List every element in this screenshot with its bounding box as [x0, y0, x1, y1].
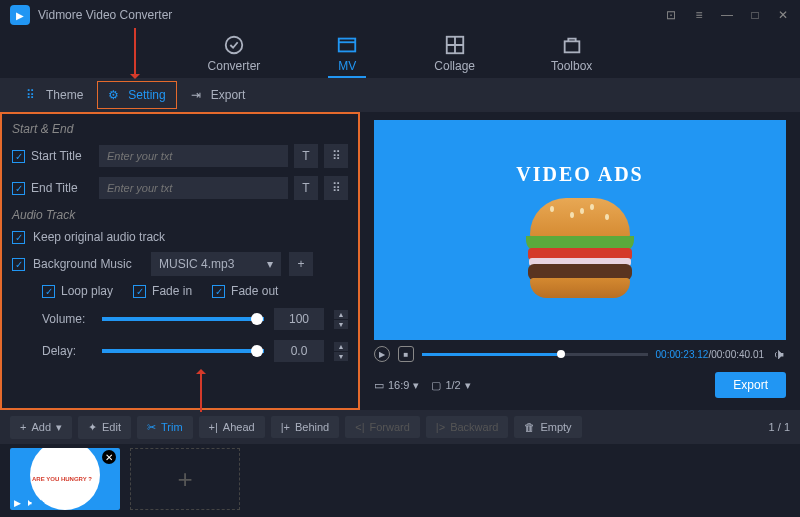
- nav-collage-label: Collage: [434, 59, 475, 73]
- add-clip-button[interactable]: +: [130, 448, 240, 510]
- export-icon: ⇥: [191, 88, 205, 102]
- thumb-mute-icon[interactable]: 🕨: [25, 498, 34, 508]
- end-title-row: End Title T ⠿: [12, 176, 348, 200]
- backward-button[interactable]: |>Backward: [426, 416, 509, 438]
- keep-original-row: Keep original audio track: [12, 230, 348, 244]
- svg-rect-1: [339, 39, 356, 52]
- video-preview[interactable]: VIDEO ADS: [374, 120, 786, 340]
- volume-up-button[interactable]: ▲: [334, 310, 348, 319]
- behind-icon: |+: [281, 421, 290, 433]
- nav-converter-label: Converter: [208, 59, 261, 73]
- fade-in-label: Fade in: [152, 284, 192, 298]
- start-title-more-button[interactable]: ⠿: [324, 144, 348, 168]
- burger-graphic: [525, 198, 635, 298]
- aspect-icon: ▭: [374, 379, 384, 392]
- nav-toolbox[interactable]: Toolbox: [543, 30, 600, 78]
- forward-icon: <|: [355, 421, 364, 433]
- zoom-icon: ▢: [431, 379, 441, 392]
- tab-theme-label: Theme: [46, 88, 83, 102]
- bg-music-label: Background Music: [33, 257, 143, 271]
- thumb-delete-button[interactable]: ✕: [102, 450, 116, 464]
- edit-button[interactable]: ✦Edit: [78, 416, 131, 439]
- stop-button[interactable]: ■: [398, 346, 414, 362]
- start-title-input[interactable]: [99, 145, 288, 167]
- aspect-value: 16:9: [388, 379, 409, 391]
- audio-track-title: Audio Track: [12, 208, 348, 222]
- volume-value[interactable]: 100: [274, 308, 324, 330]
- tab-theme[interactable]: ⠿ Theme: [16, 82, 93, 108]
- delay-down-button[interactable]: ▼: [334, 352, 348, 361]
- end-title-font-button[interactable]: T: [294, 176, 318, 200]
- volume-row: Volume: 100 ▲ ▼: [12, 308, 348, 330]
- bg-music-select[interactable]: MUSIC 4.mp3 ▾: [151, 252, 281, 276]
- audio-options: Loop play Fade in Fade out: [12, 284, 348, 298]
- trash-icon: 🗑: [524, 421, 535, 433]
- forward-button[interactable]: <|Forward: [345, 416, 420, 438]
- fade-out-checkbox[interactable]: [212, 285, 225, 298]
- delay-value[interactable]: 0.0: [274, 340, 324, 362]
- clip-thumbnail[interactable]: ARE YOU HUNGRY ? ✕ ▶ 🕨 ✦ ✂: [10, 448, 120, 510]
- thumb-action-icons: ▶ 🕨 ✦ ✂: [14, 498, 58, 508]
- app-title: Vidmore Video Converter: [38, 8, 664, 22]
- start-title-font-button[interactable]: T: [294, 144, 318, 168]
- tab-setting-label: Setting: [128, 88, 165, 102]
- feedback-icon[interactable]: ⊡: [664, 8, 678, 22]
- toolbox-icon: [561, 34, 583, 56]
- fade-out-label: Fade out: [231, 284, 278, 298]
- progress-bar[interactable]: [422, 353, 648, 356]
- scissors-icon: ✂: [147, 421, 156, 434]
- tab-export[interactable]: ⇥ Export: [181, 82, 256, 108]
- delay-label: Delay:: [42, 344, 92, 358]
- bg-music-row: Background Music MUSIC 4.mp3 ▾ +: [12, 252, 348, 276]
- volume-label: Volume:: [42, 312, 92, 326]
- minimize-icon[interactable]: —: [720, 8, 734, 22]
- thumb-star-icon[interactable]: ✦: [38, 498, 46, 508]
- plus-icon: +: [20, 421, 26, 433]
- settings-panel: Start & End Start Title T ⠿ End Title T …: [0, 112, 360, 410]
- trim-button[interactable]: ✂Trim: [137, 416, 193, 439]
- thumb-play-icon[interactable]: ▶: [14, 498, 21, 508]
- delay-stepper: ▲ ▼: [334, 342, 348, 361]
- mv-icon: [336, 34, 358, 56]
- page-indicator: 1 / 1: [769, 421, 790, 433]
- volume-stepper: ▲ ▼: [334, 310, 348, 329]
- add-button[interactable]: +Add▾: [10, 416, 72, 439]
- nav-mv[interactable]: MV: [328, 30, 366, 78]
- maximize-icon[interactable]: □: [748, 8, 762, 22]
- chevron-down-icon: ▾: [413, 379, 419, 392]
- empty-button[interactable]: 🗑Empty: [514, 416, 581, 438]
- ahead-button[interactable]: +|Ahead: [199, 416, 265, 438]
- nav-collage[interactable]: Collage: [426, 30, 483, 78]
- close-icon[interactable]: ✕: [776, 8, 790, 22]
- delay-row: Delay: 0.0 ▲ ▼: [12, 340, 348, 362]
- nav-converter[interactable]: Converter: [200, 30, 269, 78]
- volume-down-button[interactable]: ▼: [334, 320, 348, 329]
- menu-icon[interactable]: ≡: [692, 8, 706, 22]
- theme-icon: ⠿: [26, 88, 40, 102]
- behind-button[interactable]: |+Behind: [271, 416, 340, 438]
- keep-original-label: Keep original audio track: [33, 230, 165, 244]
- zoom-select[interactable]: ▢ 1/2 ▾: [431, 379, 470, 392]
- delay-up-button[interactable]: ▲: [334, 342, 348, 351]
- tab-setting[interactable]: ⚙ Setting: [97, 81, 176, 109]
- play-button[interactable]: ▶: [374, 346, 390, 362]
- start-title-checkbox[interactable]: [12, 150, 25, 163]
- time-total: 00:00:40.01: [711, 349, 764, 360]
- volume-icon[interactable]: 🕩: [772, 346, 786, 362]
- window-controls: ⊡ ≡ — □ ✕: [664, 8, 790, 22]
- loop-play-checkbox[interactable]: [42, 285, 55, 298]
- export-button[interactable]: Export: [715, 372, 786, 398]
- bg-music-checkbox[interactable]: [12, 258, 25, 271]
- aspect-select[interactable]: ▭ 16:9 ▾: [374, 379, 419, 392]
- keep-original-checkbox[interactable]: [12, 231, 25, 244]
- tab-export-label: Export: [211, 88, 246, 102]
- end-title-more-button[interactable]: ⠿: [324, 176, 348, 200]
- volume-slider[interactable]: [102, 317, 264, 321]
- end-title-input[interactable]: [99, 177, 288, 199]
- thumb-trim-icon[interactable]: ✂: [50, 498, 58, 508]
- bg-music-add-button[interactable]: +: [289, 252, 313, 276]
- thumb-caption: ARE YOU HUNGRY ?: [32, 476, 92, 482]
- delay-slider[interactable]: [102, 349, 264, 353]
- fade-in-checkbox[interactable]: [133, 285, 146, 298]
- end-title-checkbox[interactable]: [12, 182, 25, 195]
